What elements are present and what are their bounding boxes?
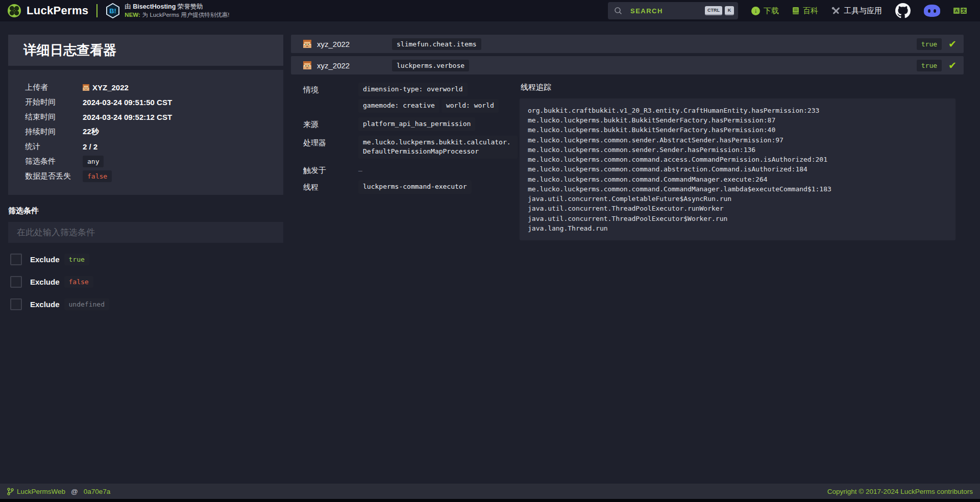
nav-link-tools[interactable]: 工具与应用 [831, 6, 882, 16]
github-icon[interactable] [895, 3, 911, 18]
brand-divider [96, 4, 97, 17]
meta-value: 2024-03-24 09:52:12 CST [83, 113, 172, 121]
thread-trace: 线程追踪 org.bukkit.craftbukkit.v1_20_R3.ent… [520, 83, 955, 240]
trace-line: java.util.concurrent.ThreadPoolExecutor$… [528, 214, 947, 223]
detail-value-badge: luckperms-command-executor [358, 180, 472, 194]
meta-label: 上传者 [25, 83, 83, 92]
exclude-row: Excludetrue [8, 254, 283, 265]
row-result: true✔ [917, 60, 957, 71]
log-row-user: xyz_2022 [303, 40, 392, 48]
detail-field: 线程luckperms-command-executor [303, 180, 520, 194]
result-value-badge: true [917, 38, 942, 50]
log-row-user: xyz_2022 [303, 61, 392, 70]
detail-field-values: – [358, 163, 362, 175]
detail-field-values: platform_api_has_permission [358, 117, 475, 131]
detail-fields: 情境dimension-type: overworldgamemode: cre… [303, 83, 520, 240]
detail-field-label: 处理器 [303, 136, 358, 159]
sponsor-banner[interactable]: B! 由 BisectHosting 荣誉赞助 NEW:为 LuckPerms … [106, 3, 229, 18]
trace-line: me.lucko.luckperms.bukkit.BukkitSenderFa… [528, 125, 947, 135]
sponsor-line1: 由 BisectHosting 荣誉赞助 [125, 3, 229, 11]
trace-line: java.util.concurrent.CompletableFuture$A… [528, 194, 947, 204]
luckperms-logo-icon [7, 4, 21, 18]
search-hotkeys: CTRL K [705, 6, 734, 15]
exclude-checkbox-false[interactable] [10, 276, 22, 288]
meta-row: 上传者XYZ_2022 [25, 80, 283, 95]
trace-line: me.lucko.luckperms.common.command.Comman… [528, 184, 947, 194]
ctrl-keycap: CTRL [705, 6, 722, 15]
check-icon: ✔ [948, 39, 957, 49]
meta-label: 持续时间 [25, 127, 83, 137]
exclude-checkbox-true[interactable] [10, 254, 22, 265]
meta-value: false [83, 170, 112, 182]
exclude-checkbox-undefined[interactable] [10, 298, 22, 310]
detail-field: 情境dimension-type: overworldgamemode: cre… [303, 83, 520, 113]
search-label: SEARCH [630, 7, 663, 15]
exclude-label: Exclude [30, 300, 60, 309]
sponsor-text: 由 BisectHosting 荣誉赞助 NEW:为 LuckPerms 用户提… [125, 3, 229, 18]
nav-right: SEARCH CTRL K ↓ 下载 百科 工具与应用 A [608, 2, 967, 19]
detail-value-badge: dimension-type: overworld [358, 83, 468, 96]
badge-line: luckperms-command-executor [358, 180, 472, 194]
row-result: true✔ [917, 38, 957, 50]
meta-label: 开始时间 [25, 97, 83, 107]
meta-value: any [83, 156, 104, 167]
meta-row: 数据是否丢失false [25, 169, 283, 184]
content: 详细日志查看器 上传者XYZ_2022开始时间2024-03-24 09:51:… [0, 21, 980, 484]
svg-text:B!: B! [109, 7, 116, 15]
search-icon [614, 7, 622, 15]
git-branch-icon [7, 488, 14, 495]
uploader-avatar [83, 84, 89, 91]
detail-field-values: dimension-type: overworldgamemode: creat… [358, 83, 499, 113]
page-title: 详细日志查看器 [23, 41, 268, 59]
exclude-value-badge: false [64, 276, 93, 288]
player-avatar [303, 40, 311, 48]
check-icon: ✔ [948, 61, 957, 70]
footer-repo-link[interactable]: LuckPermsWeb [17, 488, 65, 495]
trace-line: java.util.concurrent.ThreadPoolExecutor.… [528, 204, 947, 213]
meta-value: 2 / 2 [83, 142, 97, 151]
permission-badge: slimefun.cheat.items [392, 38, 481, 50]
nav-link-wiki[interactable]: 百科 [792, 6, 818, 16]
translate-icon[interactable]: A 文 [953, 8, 967, 14]
meta-label: 统计 [25, 142, 83, 152]
exclude-row: Excludefalse [8, 276, 283, 288]
detail-field: 触发于– [303, 163, 520, 175]
trace-line: me.lucko.luckperms.common.sender.Sender.… [528, 145, 947, 155]
badge-line: dimension-type: overworld [358, 83, 499, 96]
badge-line: platform_api_has_permission [358, 117, 475, 131]
meta-row: 结束时间2024-03-24 09:52:12 CST [25, 110, 283, 124]
detail-empty-value: – [358, 163, 362, 174]
detail-field-values: me.lucko.luckperms.bukkit.calculator.Def… [358, 136, 518, 159]
detail-field: 处理器me.lucko.luckperms.bukkit.calculator.… [303, 136, 520, 159]
meta-value: 2024-03-24 09:51:50 CST [83, 98, 172, 107]
footer-commit-link[interactable]: 0a70e7a [84, 488, 111, 495]
trace-line: me.lucko.luckperms.bukkit.BukkitSenderFa… [528, 115, 947, 125]
meta-value: XYZ_2022 [83, 83, 129, 92]
exclude-row: Excludeundefined [8, 298, 283, 310]
detail-field: 来源platform_api_has_permission [303, 117, 520, 131]
discord-icon[interactable] [924, 5, 940, 17]
player-name: xyz_2022 [317, 61, 350, 70]
meta-value: 22秒 [83, 127, 99, 137]
search-input[interactable]: SEARCH CTRL K [608, 2, 738, 19]
bisecthosting-logo-icon: B! [106, 3, 120, 18]
result-value-badge: true [917, 60, 942, 71]
nav-link-download[interactable]: ↓ 下载 [751, 6, 779, 16]
trace-line: org.bukkit.craftbukkit.v1_20_R3.entity.C… [528, 106, 947, 115]
detail-value-badge: platform_api_has_permission [358, 117, 475, 131]
log-row[interactable]: xyz_2022slimefun.cheat.itemstrue✔ [291, 35, 964, 53]
tools-icon [831, 7, 840, 15]
brand[interactable]: LuckPerms [7, 4, 88, 18]
meta-row: 开始时间2024-03-24 09:51:50 CST [25, 95, 283, 110]
detail-field-label: 情境 [303, 83, 358, 113]
exclude-value-badge: true [64, 254, 89, 265]
log-row[interactable]: xyz_2022luckperms.verbosetrue✔ [291, 56, 964, 74]
detail-field-label: 来源 [303, 117, 358, 131]
meta-row: 统计2 / 2 [25, 139, 283, 154]
brand-title: LuckPerms [27, 4, 88, 17]
trace-line: me.lucko.luckperms.common.command.access… [528, 155, 947, 164]
trace-heading: 线程追踪 [521, 83, 955, 92]
filter-input[interactable] [8, 222, 283, 243]
exclude-value-badge: undefined [64, 298, 109, 310]
meta-row: 筛选条件any [25, 154, 283, 169]
